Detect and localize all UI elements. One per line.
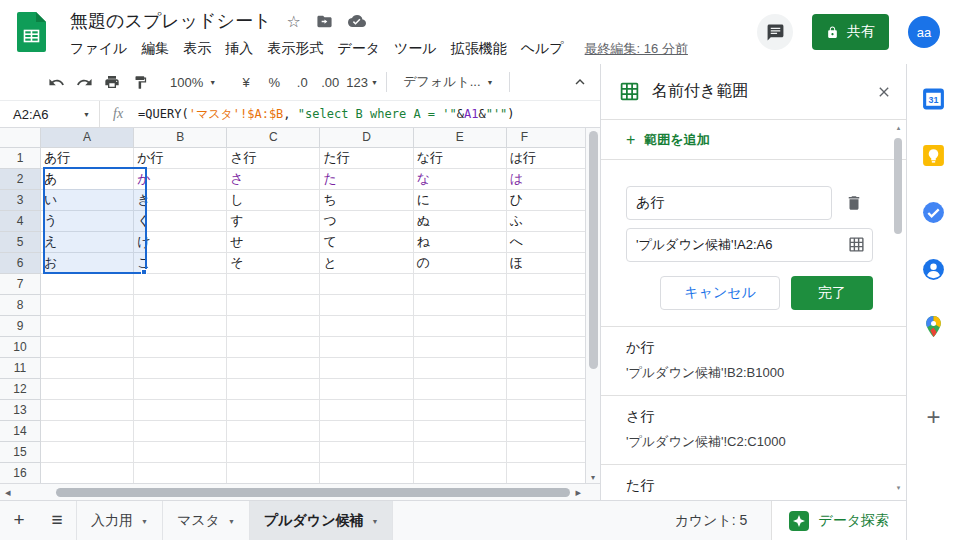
scroll-right-icon[interactable]: ▸: [575, 484, 581, 500]
panel-scroll-up-icon[interactable]: ▴: [893, 124, 904, 132]
cell-B11[interactable]: [134, 357, 227, 378]
cell-D11[interactable]: [320, 357, 413, 378]
contacts-icon[interactable]: [914, 249, 954, 289]
cell-C16[interactable]: [227, 462, 320, 483]
percent-format-button[interactable]: %: [261, 69, 287, 95]
vertical-scrollbar[interactable]: ▾: [585, 128, 600, 483]
select-data-range-icon[interactable]: [848, 236, 865, 253]
named-range-item[interactable]: さ行'プルダウン候補'!C2:C1000: [601, 396, 906, 465]
document-title[interactable]: 無題のスプレッドシート: [70, 9, 271, 33]
range-name-input[interactable]: [626, 186, 832, 220]
cell-B12[interactable]: [134, 378, 227, 399]
menu-item-3[interactable]: 表示: [176, 37, 218, 61]
row-header-4[interactable]: 4: [0, 210, 41, 231]
cell-E8[interactable]: [413, 294, 506, 315]
menu-item-4[interactable]: 挿入: [218, 37, 260, 61]
cell-E10[interactable]: [413, 336, 506, 357]
cell-C3[interactable]: し: [227, 189, 320, 210]
redo-button[interactable]: [71, 69, 97, 95]
cell-E5[interactable]: ね: [413, 231, 506, 252]
done-button[interactable]: 完了: [791, 276, 873, 310]
number-format-button[interactable]: 123▼: [345, 69, 379, 95]
menu-item-8[interactable]: 拡張機能: [444, 37, 514, 61]
cell-C5[interactable]: せ: [227, 231, 320, 252]
cell-A3[interactable]: い: [41, 189, 134, 210]
sheet-tab-menu-icon[interactable]: ▼: [372, 518, 379, 525]
cell-E15[interactable]: [413, 441, 506, 462]
calendar-icon[interactable]: 31: [914, 78, 954, 118]
row-header-5[interactable]: 5: [0, 231, 41, 252]
cell-A9[interactable]: [41, 315, 134, 336]
cell-A10[interactable]: [41, 336, 134, 357]
column-header-C[interactable]: C: [227, 128, 320, 147]
cell-C9[interactable]: [227, 315, 320, 336]
cell-D6[interactable]: と: [320, 252, 413, 273]
menu-item-1[interactable]: ファイル: [63, 37, 134, 61]
cell-E12[interactable]: [413, 378, 506, 399]
cell-C14[interactable]: [227, 420, 320, 441]
delete-range-icon[interactable]: [845, 194, 863, 212]
cancel-button[interactable]: キャンセル: [660, 276, 780, 310]
menu-item-9[interactable]: ヘルプ: [514, 37, 571, 61]
cell-D13[interactable]: [320, 399, 413, 420]
cell-E16[interactable]: [413, 462, 506, 483]
column-header-B[interactable]: B: [134, 128, 227, 147]
sheet-tab-マスタ[interactable]: マスタ▼: [163, 501, 250, 540]
cell-C4[interactable]: す: [227, 210, 320, 231]
explore-button[interactable]: データ探索: [771, 501, 906, 540]
panel-scroll-down-icon[interactable]: ▾: [893, 484, 904, 492]
row-header-16[interactable]: 16: [0, 462, 41, 483]
move-folder-icon[interactable]: [316, 13, 333, 30]
cell-A8[interactable]: [41, 294, 134, 315]
cell-A5[interactable]: え: [41, 231, 134, 252]
cell-C8[interactable]: [227, 294, 320, 315]
row-header-15[interactable]: 15: [0, 441, 41, 462]
row-header-9[interactable]: 9: [0, 315, 41, 336]
cell-D9[interactable]: [320, 315, 413, 336]
cell-C7[interactable]: [227, 273, 320, 294]
range-ref-input[interactable]: [626, 228, 873, 262]
sheet-tab-menu-icon[interactable]: ▼: [228, 518, 235, 525]
cell-A16[interactable]: [41, 462, 134, 483]
sheet-tab-menu-icon[interactable]: ▼: [141, 518, 148, 525]
cell-E7[interactable]: [413, 273, 506, 294]
cloud-saved-icon[interactable]: [348, 12, 366, 30]
cell-B16[interactable]: [134, 462, 227, 483]
cell-E2[interactable]: な: [413, 168, 506, 189]
all-sheets-button[interactable]: ≡: [38, 501, 76, 540]
cell-B15[interactable]: [134, 441, 227, 462]
row-header-6[interactable]: 6: [0, 252, 41, 273]
cell-E3[interactable]: に: [413, 189, 506, 210]
cell-D12[interactable]: [320, 378, 413, 399]
row-header-11[interactable]: 11: [0, 357, 41, 378]
cell-C12[interactable]: [227, 378, 320, 399]
cell-A13[interactable]: [41, 399, 134, 420]
font-selector[interactable]: デフォルト... ▼: [395, 69, 501, 95]
cell-E4[interactable]: ぬ: [413, 210, 506, 231]
cell-D5[interactable]: て: [320, 231, 413, 252]
cell-D3[interactable]: ち: [320, 189, 413, 210]
cell-E13[interactable]: [413, 399, 506, 420]
keep-icon[interactable]: [914, 135, 954, 175]
cell-B6[interactable]: こ: [134, 252, 227, 273]
cell-A2[interactable]: あ: [41, 168, 134, 189]
name-box[interactable]: A2:A6 ▼: [0, 101, 100, 127]
cell-D16[interactable]: [320, 462, 413, 483]
menu-item-7[interactable]: ツール: [387, 37, 444, 61]
row-header-12[interactable]: 12: [0, 378, 41, 399]
menu-item-5[interactable]: 表示形式: [260, 37, 330, 61]
vertical-scrollbar-thumb[interactable]: [589, 131, 598, 369]
tasks-icon[interactable]: [914, 192, 954, 232]
named-range-item[interactable]: た行'プルダウン候補'!D2:D1000: [601, 465, 906, 500]
cell-C15[interactable]: [227, 441, 320, 462]
selection-stats[interactable]: カウント: 5: [650, 512, 771, 530]
cell-D1[interactable]: た行: [320, 147, 413, 168]
cell-B5[interactable]: け: [134, 231, 227, 252]
cell-C2[interactable]: さ: [227, 168, 320, 189]
get-addons-icon[interactable]: +: [926, 405, 940, 429]
cell-C11[interactable]: [227, 357, 320, 378]
cell-D8[interactable]: [320, 294, 413, 315]
cell-C6[interactable]: そ: [227, 252, 320, 273]
cell-A4[interactable]: う: [41, 210, 134, 231]
cell-E11[interactable]: [413, 357, 506, 378]
